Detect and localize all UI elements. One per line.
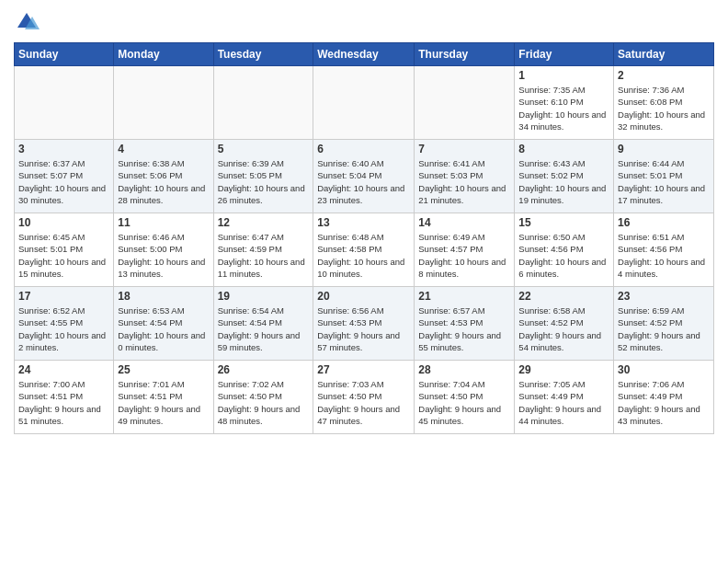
day-info: Sunrise: 7:36 AM Sunset: 6:08 PM Dayligh… bbox=[618, 84, 710, 132]
day-info: Sunrise: 6:39 AM Sunset: 5:05 PM Dayligh… bbox=[218, 157, 310, 206]
calendar-cell: 18Sunrise: 6:53 AM Sunset: 4:54 PM Dayli… bbox=[114, 287, 213, 361]
calendar-cell: 16Sunrise: 6:51 AM Sunset: 4:56 PM Dayli… bbox=[614, 213, 714, 287]
calendar-cell: 23Sunrise: 6:59 AM Sunset: 4:52 PM Dayli… bbox=[614, 287, 714, 361]
day-info: Sunrise: 6:54 AM Sunset: 4:54 PM Dayligh… bbox=[218, 304, 310, 353]
day-info: Sunrise: 6:57 AM Sunset: 4:53 PM Dayligh… bbox=[418, 304, 510, 353]
calendar-cell bbox=[114, 66, 213, 140]
day-number: 11 bbox=[118, 216, 209, 229]
day-info: Sunrise: 6:52 AM Sunset: 4:55 PM Dayligh… bbox=[18, 304, 109, 353]
day-number: 7 bbox=[418, 143, 510, 155]
day-info: Sunrise: 6:49 AM Sunset: 4:57 PM Dayligh… bbox=[418, 231, 510, 280]
day-number: 22 bbox=[518, 290, 609, 303]
day-number: 26 bbox=[218, 363, 310, 376]
day-number: 18 bbox=[118, 290, 209, 303]
day-info: Sunrise: 7:35 AM Sunset: 6:10 PM Dayligh… bbox=[518, 84, 609, 132]
day-info: Sunrise: 7:06 AM Sunset: 4:49 PM Dayligh… bbox=[618, 378, 710, 427]
day-number: 23 bbox=[618, 290, 710, 303]
calendar-cell: 11Sunrise: 6:46 AM Sunset: 5:00 PM Dayli… bbox=[114, 213, 213, 287]
calendar-cell: 19Sunrise: 6:54 AM Sunset: 4:54 PM Dayli… bbox=[213, 287, 313, 361]
day-number: 14 bbox=[418, 216, 510, 229]
day-info: Sunrise: 7:05 AM Sunset: 4:49 PM Dayligh… bbox=[518, 378, 609, 427]
day-number: 25 bbox=[118, 363, 209, 376]
calendar-cell: 5Sunrise: 6:39 AM Sunset: 5:05 PM Daylig… bbox=[213, 140, 313, 213]
calendar-cell: 25Sunrise: 7:01 AM Sunset: 4:51 PM Dayli… bbox=[114, 361, 213, 434]
calendar-cell: 24Sunrise: 7:00 AM Sunset: 4:51 PM Dayli… bbox=[15, 361, 114, 434]
calendar-week-row: 1Sunrise: 7:35 AM Sunset: 6:10 PM Daylig… bbox=[15, 66, 714, 140]
day-info: Sunrise: 7:02 AM Sunset: 4:50 PM Dayligh… bbox=[218, 378, 310, 427]
weekday-header-friday: Friday bbox=[515, 43, 614, 66]
day-info: Sunrise: 6:43 AM Sunset: 5:02 PM Dayligh… bbox=[518, 157, 609, 206]
day-info: Sunrise: 7:00 AM Sunset: 4:51 PM Dayligh… bbox=[18, 378, 109, 427]
header bbox=[14, 9, 714, 35]
day-number: 4 bbox=[118, 143, 209, 155]
day-number: 16 bbox=[618, 216, 710, 229]
calendar-cell: 13Sunrise: 6:48 AM Sunset: 4:58 PM Dayli… bbox=[313, 213, 415, 287]
day-number: 12 bbox=[218, 216, 310, 229]
day-info: Sunrise: 6:47 AM Sunset: 4:59 PM Dayligh… bbox=[218, 231, 310, 280]
weekday-header-thursday: Thursday bbox=[415, 43, 515, 66]
calendar-cell: 6Sunrise: 6:40 AM Sunset: 5:04 PM Daylig… bbox=[313, 140, 415, 213]
calendar-cell: 9Sunrise: 6:44 AM Sunset: 5:01 PM Daylig… bbox=[614, 140, 714, 213]
calendar-cell bbox=[15, 66, 114, 140]
logo-icon bbox=[14, 9, 40, 35]
day-number: 24 bbox=[18, 363, 109, 376]
calendar-cell bbox=[313, 66, 415, 140]
day-number: 19 bbox=[218, 290, 310, 303]
calendar-cell: 10Sunrise: 6:45 AM Sunset: 5:01 PM Dayli… bbox=[15, 213, 114, 287]
calendar-week-row: 3Sunrise: 6:37 AM Sunset: 5:07 PM Daylig… bbox=[15, 140, 714, 213]
calendar-cell: 15Sunrise: 6:50 AM Sunset: 4:56 PM Dayli… bbox=[515, 213, 614, 287]
day-number: 29 bbox=[518, 363, 609, 376]
calendar-header-row: SundayMondayTuesdayWednesdayThursdayFrid… bbox=[15, 43, 714, 66]
calendar-cell: 21Sunrise: 6:57 AM Sunset: 4:53 PM Dayli… bbox=[415, 287, 515, 361]
weekday-header-wednesday: Wednesday bbox=[313, 43, 415, 66]
day-info: Sunrise: 6:59 AM Sunset: 4:52 PM Dayligh… bbox=[618, 304, 710, 353]
day-info: Sunrise: 7:01 AM Sunset: 4:51 PM Dayligh… bbox=[118, 378, 209, 427]
day-number: 3 bbox=[18, 143, 109, 155]
calendar-cell bbox=[213, 66, 313, 140]
day-number: 28 bbox=[418, 363, 510, 376]
calendar-cell: 29Sunrise: 7:05 AM Sunset: 4:49 PM Dayli… bbox=[515, 361, 614, 434]
calendar-cell: 8Sunrise: 6:43 AM Sunset: 5:02 PM Daylig… bbox=[515, 140, 614, 213]
calendar-cell: 14Sunrise: 6:49 AM Sunset: 4:57 PM Dayli… bbox=[415, 213, 515, 287]
day-info: Sunrise: 6:44 AM Sunset: 5:01 PM Dayligh… bbox=[618, 157, 710, 206]
weekday-header-saturday: Saturday bbox=[614, 43, 714, 66]
weekday-header-sunday: Sunday bbox=[15, 43, 114, 66]
day-info: Sunrise: 6:48 AM Sunset: 4:58 PM Dayligh… bbox=[317, 231, 410, 280]
calendar-cell: 26Sunrise: 7:02 AM Sunset: 4:50 PM Dayli… bbox=[213, 361, 313, 434]
calendar-cell: 4Sunrise: 6:38 AM Sunset: 5:06 PM Daylig… bbox=[114, 140, 213, 213]
day-number: 27 bbox=[317, 363, 410, 376]
day-number: 30 bbox=[618, 363, 710, 376]
day-info: Sunrise: 6:40 AM Sunset: 5:04 PM Dayligh… bbox=[317, 157, 410, 206]
day-info: Sunrise: 6:38 AM Sunset: 5:06 PM Dayligh… bbox=[118, 157, 209, 206]
day-number: 17 bbox=[18, 290, 109, 303]
day-number: 9 bbox=[618, 143, 710, 155]
day-number: 8 bbox=[518, 143, 609, 155]
day-info: Sunrise: 6:51 AM Sunset: 4:56 PM Dayligh… bbox=[618, 231, 710, 280]
calendar-table: SundayMondayTuesdayWednesdayThursdayFrid… bbox=[14, 42, 714, 434]
weekday-header-tuesday: Tuesday bbox=[213, 43, 313, 66]
day-number: 15 bbox=[518, 216, 609, 229]
day-info: Sunrise: 6:45 AM Sunset: 5:01 PM Dayligh… bbox=[18, 231, 109, 280]
day-info: Sunrise: 6:37 AM Sunset: 5:07 PM Dayligh… bbox=[18, 157, 109, 206]
calendar-cell: 30Sunrise: 7:06 AM Sunset: 4:49 PM Dayli… bbox=[614, 361, 714, 434]
day-info: Sunrise: 6:53 AM Sunset: 4:54 PM Dayligh… bbox=[118, 304, 209, 353]
day-info: Sunrise: 6:41 AM Sunset: 5:03 PM Dayligh… bbox=[418, 157, 510, 206]
calendar-cell: 28Sunrise: 7:04 AM Sunset: 4:50 PM Dayli… bbox=[415, 361, 515, 434]
calendar-cell: 7Sunrise: 6:41 AM Sunset: 5:03 PM Daylig… bbox=[415, 140, 515, 213]
day-number: 20 bbox=[317, 290, 410, 303]
day-number: 13 bbox=[317, 216, 410, 229]
calendar-cell bbox=[415, 66, 515, 140]
day-number: 2 bbox=[618, 69, 710, 82]
day-number: 6 bbox=[317, 143, 410, 155]
day-info: Sunrise: 6:50 AM Sunset: 4:56 PM Dayligh… bbox=[518, 231, 609, 280]
calendar-cell: 3Sunrise: 6:37 AM Sunset: 5:07 PM Daylig… bbox=[15, 140, 114, 213]
calendar-week-row: 24Sunrise: 7:00 AM Sunset: 4:51 PM Dayli… bbox=[15, 361, 714, 434]
calendar-cell: 2Sunrise: 7:36 AM Sunset: 6:08 PM Daylig… bbox=[614, 66, 714, 140]
weekday-header-monday: Monday bbox=[114, 43, 213, 66]
day-info: Sunrise: 7:03 AM Sunset: 4:50 PM Dayligh… bbox=[317, 378, 410, 427]
calendar-cell: 20Sunrise: 6:56 AM Sunset: 4:53 PM Dayli… bbox=[313, 287, 415, 361]
calendar-cell: 22Sunrise: 6:58 AM Sunset: 4:52 PM Dayli… bbox=[515, 287, 614, 361]
calendar-week-row: 10Sunrise: 6:45 AM Sunset: 5:01 PM Dayli… bbox=[15, 213, 714, 287]
day-info: Sunrise: 7:04 AM Sunset: 4:50 PM Dayligh… bbox=[418, 378, 510, 427]
calendar-week-row: 17Sunrise: 6:52 AM Sunset: 4:55 PM Dayli… bbox=[15, 287, 714, 361]
